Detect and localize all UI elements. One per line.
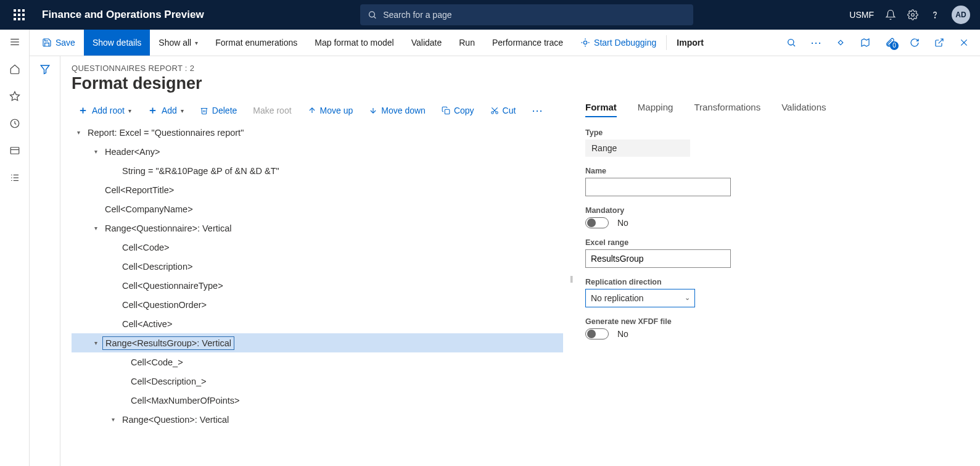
show-all-button[interactable]: Show all ▾ <box>150 30 207 56</box>
arrow-down-icon <box>369 106 377 115</box>
excel-range-input[interactable] <box>585 249 731 268</box>
run-button[interactable]: Run <box>450 30 484 56</box>
debug-icon <box>580 38 590 48</box>
tree-node[interactable]: Cell<Code_> <box>72 352 563 372</box>
tree-node-label: Cell<Code_> <box>128 356 186 368</box>
tree-node[interactable]: ▾Header<Any> <box>72 142 563 161</box>
move-down-button[interactable]: Move down <box>363 103 432 118</box>
tree-more-icon[interactable]: ⋯ <box>525 104 549 117</box>
tree-node[interactable]: Cell<Code> <box>72 238 563 257</box>
delete-label: Delete <box>212 106 237 115</box>
tree-node[interactable]: Cell<QuestionnaireType> <box>72 276 563 295</box>
tree-node[interactable]: ▾Range<Question>: Vertical <box>72 410 563 429</box>
filter-icon[interactable] <box>39 64 51 466</box>
validate-button[interactable]: Validate <box>403 30 451 56</box>
tab-transformations[interactable]: Transformations <box>694 102 760 117</box>
add-root-button[interactable]: ＋Add root▾ <box>72 103 138 118</box>
home-icon[interactable] <box>9 63 21 75</box>
global-search[interactable] <box>360 4 693 25</box>
tab-format[interactable]: Format <box>585 102 617 117</box>
add-label: Add <box>162 106 177 115</box>
mandatory-toggle[interactable] <box>585 217 609 228</box>
import-button[interactable]: Import <box>668 30 712 56</box>
map-format-button[interactable]: Map format to model <box>306 30 402 56</box>
start-debugging-button[interactable]: Start Debugging <box>572 30 665 56</box>
tree-node[interactable]: Cell<Description> <box>72 257 563 276</box>
svg-point-34 <box>495 112 498 114</box>
app-title: Finance and Operations Preview <box>42 9 204 21</box>
replication-select[interactable]: No replication <box>585 289 695 307</box>
more-commands-icon[interactable]: ⋯ <box>804 36 828 49</box>
tree-node[interactable]: Cell<MaxNumberOfPoints> <box>72 391 563 410</box>
popout-icon[interactable] <box>927 38 952 48</box>
collapse-icon[interactable]: ▾ <box>89 225 102 231</box>
tree-node[interactable]: String = "&R&10Page &P of &N &D &T" <box>72 161 563 180</box>
search-icon <box>368 10 377 20</box>
cut-button[interactable]: Cut <box>484 103 522 118</box>
tree-node-label: Cell<QuestionnaireType> <box>120 280 226 292</box>
tree-node[interactable]: ▾Range<Questionnaire>: Vertical <box>72 218 563 238</box>
collapse-icon[interactable]: ▾ <box>72 129 85 136</box>
copy-button[interactable]: Copy <box>435 103 480 118</box>
tree-node[interactable]: Cell<Active> <box>72 314 563 333</box>
diamond-icon[interactable] <box>828 38 853 48</box>
tree-node[interactable]: Cell<QuestionOrder> <box>72 295 563 314</box>
xfdf-label: Generate new XFDF file <box>585 317 969 326</box>
xfdf-toggle[interactable] <box>585 328 609 339</box>
collapse-icon[interactable]: ▾ <box>89 148 102 155</box>
modules-icon[interactable] <box>9 172 21 184</box>
svg-point-22 <box>788 40 794 45</box>
company-code[interactable]: USMF <box>849 10 874 20</box>
delete-button[interactable]: Delete <box>194 103 243 118</box>
tree-node-label: Cell<Description> <box>120 260 195 273</box>
tree-node-label: Report: Excel = "Questionnaires report" <box>85 127 246 139</box>
excel-range-label: Excel range <box>585 238 969 247</box>
tree-node-label: Cell<CompanyName> <box>102 203 196 215</box>
star-icon[interactable] <box>9 90 21 102</box>
tree-node[interactable]: ▾Report: Excel = "Questionnaires report" <box>72 123 563 142</box>
move-up-button[interactable]: Move up <box>302 103 360 118</box>
format-tree: ▾Report: Excel = "Questionnaires report"… <box>72 123 563 429</box>
tree-node[interactable]: Cell<ReportTitle> <box>72 180 563 199</box>
xfdf-value: No <box>617 329 628 339</box>
arrow-up-icon <box>308 106 316 115</box>
close-icon[interactable] <box>952 38 976 48</box>
gear-icon[interactable] <box>907 9 918 20</box>
svg-marker-7 <box>10 92 19 101</box>
avatar[interactable]: AD <box>952 6 970 24</box>
chevron-down-icon: ▾ <box>195 40 198 46</box>
cut-label: Cut <box>503 106 516 115</box>
tab-mapping[interactable]: Mapping <box>638 102 673 117</box>
tree-node-label: Range<Question>: Vertical <box>120 414 231 426</box>
tree-node[interactable]: Cell<Description_> <box>72 372 563 391</box>
attachments-icon[interactable]: 0 <box>878 38 902 48</box>
hamburger-icon[interactable] <box>9 36 21 48</box>
svg-point-33 <box>491 112 493 114</box>
svg-point-0 <box>369 12 375 17</box>
show-details-button[interactable]: Show details <box>84 30 150 56</box>
bell-icon[interactable] <box>885 9 896 20</box>
workspace-icon[interactable] <box>9 144 21 157</box>
collapse-icon[interactable]: ▾ <box>89 339 102 346</box>
show-all-label: Show all <box>159 38 191 48</box>
recent-icon[interactable] <box>9 117 21 130</box>
refresh-icon[interactable] <box>902 38 927 48</box>
format-enumerations-button[interactable]: Format enumerations <box>207 30 306 56</box>
tab-validations[interactable]: Validations <box>781 102 826 117</box>
help-icon[interactable] <box>929 9 941 20</box>
search-input[interactable] <box>383 10 686 20</box>
tree-node-selected[interactable]: ▾Range<ResultsGroup>: Vertical <box>72 333 563 352</box>
page-title: Format designer <box>72 74 969 93</box>
tree-node[interactable]: Cell<CompanyName> <box>72 199 563 218</box>
pane-divider[interactable]: ‖ <box>569 102 574 466</box>
save-button[interactable]: Save <box>33 30 84 56</box>
add-button[interactable]: ＋Add▾ <box>141 103 190 118</box>
svg-rect-24 <box>838 40 843 45</box>
app-launcher[interactable] <box>5 2 33 28</box>
collapse-icon[interactable]: ▾ <box>106 416 120 423</box>
search-command-icon[interactable] <box>779 38 804 48</box>
name-input[interactable] <box>585 178 731 196</box>
map-icon[interactable] <box>853 38 878 48</box>
svg-line-26 <box>939 39 943 43</box>
performance-trace-button[interactable]: Performance trace <box>484 30 572 56</box>
